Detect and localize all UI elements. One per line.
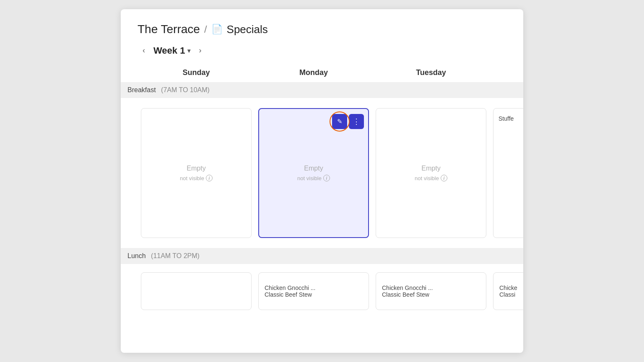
day-header-overflow <box>490 68 523 82</box>
info-icon-monday: i <box>323 175 330 181</box>
lunch-overflow-card[interactable]: Chicke Classi <box>493 272 523 310</box>
breakfast-grid: Empty not visible i ✎ ⋮ Empty <box>138 98 506 248</box>
lunch-tuesday-cell: Chicken Gnocchi ... Classic Beef Stew <box>372 269 490 313</box>
lunch-monday-item2: Classic Beef Stew <box>265 291 312 298</box>
more-options-button[interactable]: ⋮ <box>349 114 364 129</box>
breakfast-monday-empty-label: Empty <box>304 165 323 172</box>
info-icon-tuesday: i <box>441 175 447 181</box>
day-header-monday: Monday <box>255 68 372 82</box>
breakfast-time: (7AM TO 10AM) <box>161 86 210 93</box>
breakfast-overflow-card[interactable]: Stuffe <box>493 108 523 238</box>
edit-button[interactable]: ✎ <box>332 114 347 129</box>
lunch-time: (11AM TO 2PM) <box>151 252 200 259</box>
lunch-overflow-item1: Chicke <box>499 284 517 291</box>
card-actions: ✎ ⋮ <box>332 114 364 129</box>
breakfast-sunday-card[interactable]: Empty not visible i <box>141 108 252 238</box>
next-week-button[interactable]: › <box>195 44 205 57</box>
breadcrumb-page: Specials <box>227 23 268 36</box>
breakfast-sunday-empty-label: Empty <box>187 165 205 172</box>
main-card: The Terrace / 📄 Specials ‹ Week 1 ▾ › Su… <box>121 9 523 353</box>
lunch-monday-cell: Chicken Gnocchi ... Classic Beef Stew <box>255 269 372 313</box>
week-selector[interactable]: Week 1 ▾ <box>153 45 190 56</box>
lunch-monday-item1: Chicken Gnocchi ... <box>265 284 315 291</box>
day-headers: Sunday Monday Tuesday <box>138 68 506 82</box>
breakfast-overflow-text: Stuffe <box>499 115 514 122</box>
lunch-label: Lunch <box>127 252 146 259</box>
breadcrumb-location: The Terrace <box>138 23 200 36</box>
week-dropdown-icon: ▾ <box>187 47 190 54</box>
lunch-tuesday-item2: Classic Beef Stew <box>382 291 429 298</box>
prev-week-button[interactable]: ‹ <box>139 44 148 57</box>
breakfast-overflow-cell: Stuffe <box>490 105 523 241</box>
breakfast-monday-visibility: not visible i <box>297 175 330 181</box>
edit-icon: ✎ <box>337 118 343 125</box>
lunch-overflow-cell: Chicke Classi <box>490 269 523 313</box>
breakfast-tuesday-cell: Empty not visible i <box>372 105 490 241</box>
week-nav: ‹ Week 1 ▾ › <box>138 44 506 57</box>
day-header-sunday: Sunday <box>138 68 255 82</box>
lunch-section-bar: Lunch (11AM TO 2PM) <box>121 248 523 264</box>
lunch-sunday-card[interactable] <box>141 272 252 310</box>
breakfast-sunday-visibility: not visible i <box>180 175 213 181</box>
breakfast-tuesday-empty-label: Empty <box>421 165 440 172</box>
lunch-sunday-cell <box>138 269 255 313</box>
breadcrumb-separator: / <box>204 23 207 35</box>
lunch-tuesday-card[interactable]: Chicken Gnocchi ... Classic Beef Stew <box>376 272 486 310</box>
breakfast-tuesday-visibility: not visible i <box>415 175 447 181</box>
breakfast-label: Breakfast <box>127 86 156 93</box>
lunch-tuesday-item1: Chicken Gnocchi ... <box>382 284 433 291</box>
lunch-overflow-item2: Classi <box>499 291 515 298</box>
breakfast-section-bar: Breakfast (7AM TO 10AM) <box>121 82 523 98</box>
day-header-tuesday: Tuesday <box>372 68 490 82</box>
lunch-grid: Chicken Gnocchi ... Classic Beef Stew Ch… <box>138 264 506 313</box>
breakfast-tuesday-card[interactable]: Empty not visible i <box>376 108 486 238</box>
breadcrumb: The Terrace / 📄 Specials <box>138 23 506 36</box>
lunch-monday-card[interactable]: Chicken Gnocchi ... Classic Beef Stew <box>258 272 369 310</box>
breakfast-monday-card[interactable]: ✎ ⋮ Empty not visible i <box>258 108 369 238</box>
info-icon: i <box>206 175 213 181</box>
breakfast-monday-cell: ✎ ⋮ Empty not visible i <box>255 105 372 241</box>
week-label-text: Week 1 <box>153 45 185 56</box>
more-icon: ⋮ <box>353 117 361 126</box>
breakfast-sunday-cell: Empty not visible i <box>138 105 255 241</box>
specials-icon: 📄 <box>211 24 223 35</box>
